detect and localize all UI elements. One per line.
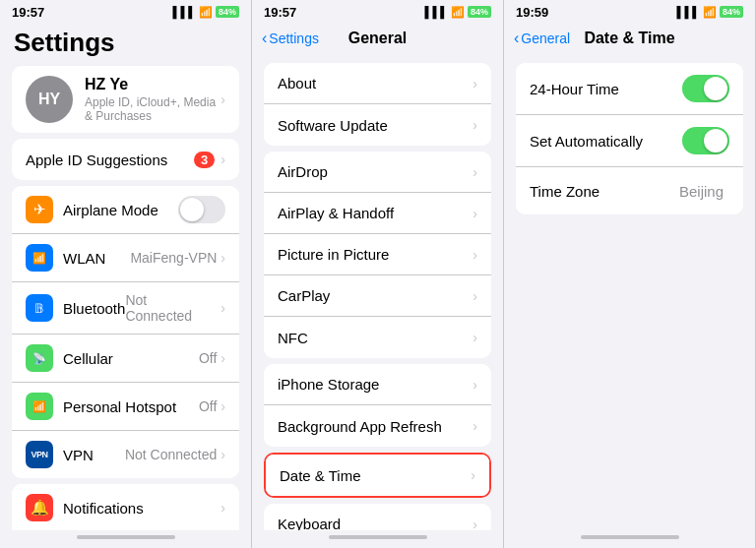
general-nav-bar: ‹ Settings General	[252, 22, 503, 57]
hotspot-chevron: ›	[220, 398, 225, 414]
airplane-toggle[interactable]	[178, 196, 225, 223]
user-card[interactable]: HY HZ Ye Apple ID, iCloud+, Media & Purc…	[12, 66, 239, 133]
timezone-label: Time Zone	[530, 183, 679, 200]
vpn-row[interactable]: VPN VPN Not Connected ›	[12, 431, 239, 478]
hotspot-value: Off	[199, 398, 217, 414]
bluetooth-value: Not Connected	[125, 292, 217, 324]
about-label: About	[278, 75, 472, 91]
user-info: HZ Ye Apple ID, iCloud+, Media & Purchas…	[85, 76, 220, 123]
date-time-settings-section: 24-Hour Time Set Automatically Time Zone…	[516, 63, 743, 214]
home-indicator-1	[0, 530, 251, 548]
nfc-row[interactable]: NFC ›	[264, 317, 491, 358]
bluetooth-label: Bluetooth	[63, 300, 125, 317]
user-sub: Apple ID, iCloud+, Media & Purchases	[85, 95, 220, 123]
back-chevron-2: ‹	[262, 30, 267, 46]
carplay-label: CarPlay	[278, 287, 472, 304]
cellular-value: Off	[199, 350, 217, 366]
date-time-nav-title: Date & Time	[584, 30, 674, 47]
airdrop-label: AirDrop	[278, 163, 472, 180]
set-automatically-row[interactable]: Set Automatically	[516, 115, 743, 167]
background-refresh-row[interactable]: Background App Refresh ›	[264, 405, 491, 447]
cellular-label: Cellular	[63, 350, 199, 367]
back-chevron-3: ‹	[514, 30, 519, 46]
settings-back-button[interactable]: ‹ Settings	[262, 30, 319, 46]
settings-panel: 19:57 ▌▌▌ 📶 84% Settings HY HZ Ye Apple …	[0, 0, 252, 548]
apple-id-chevron: ›	[220, 152, 225, 167]
home-indicator-2	[252, 530, 503, 548]
vpn-icon: VPN	[26, 441, 53, 468]
date-time-row[interactable]: Date & Time ›	[266, 455, 489, 496]
about-row[interactable]: About ›	[264, 63, 491, 104]
software-update-chevron: ›	[472, 117, 477, 133]
vpn-label: VPN	[63, 447, 125, 463]
airplay-row[interactable]: AirPlay & Handoff ›	[264, 193, 491, 234]
home-indicator-3	[504, 530, 755, 548]
notifications-chevron: ›	[220, 500, 225, 516]
general-scroll[interactable]: About › Software Update › AirDrop › AirP…	[252, 57, 503, 530]
vpn-chevron: ›	[220, 447, 225, 462]
settings-title: Settings	[0, 22, 251, 60]
iphone-storage-label: iPhone Storage	[278, 376, 472, 393]
set-automatically-toggle[interactable]	[682, 127, 729, 154]
software-update-label: Software Update	[278, 117, 472, 134]
about-chevron: ›	[472, 76, 477, 91]
airplane-mode-row[interactable]: ✈ Airplane Mode	[12, 186, 239, 234]
carplay-row[interactable]: CarPlay ›	[264, 275, 491, 317]
hotspot-row[interactable]: 📶 Personal Hotspot Off ›	[12, 383, 239, 431]
home-bar-1	[77, 535, 175, 539]
iphone-storage-chevron: ›	[472, 377, 477, 393]
background-refresh-label: Background App Refresh	[278, 418, 472, 435]
background-refresh-chevron: ›	[472, 418, 477, 434]
keyboard-row[interactable]: Keyboard ›	[264, 504, 491, 530]
set-automatically-label: Set Automatically	[530, 133, 682, 150]
status-bar-1: 19:57 ▌▌▌ 📶 84%	[0, 0, 251, 22]
back-label-3: General	[521, 30, 570, 46]
connectivity-section: ✈ Airplane Mode 📶 WLAN MaiFeng-VPN › 𝔹 B…	[12, 186, 239, 478]
date-time-nav-bar: ‹ General Date & Time	[504, 22, 755, 57]
cellular-row[interactable]: 📡 Cellular Off ›	[12, 335, 239, 383]
keyboard-section: Keyboard › Fonts › Language & Region › D…	[264, 504, 491, 530]
pip-row[interactable]: Picture in Picture ›	[264, 234, 491, 275]
home-bar-2	[329, 535, 427, 539]
timezone-row[interactable]: Time Zone Beijing ›	[516, 167, 743, 214]
wifi-icon-2: 📶	[451, 6, 465, 19]
status-icons-3: ▌▌▌ 📶 84%	[677, 6, 743, 19]
wlan-label: WLAN	[63, 250, 130, 267]
status-icons-2: ▌▌▌ 📶 84%	[425, 6, 491, 19]
signal-icon-2: ▌▌▌	[425, 6, 448, 18]
home-bar-3	[581, 535, 679, 539]
nfc-chevron: ›	[472, 330, 477, 345]
notifications-label: Notifications	[63, 500, 220, 517]
about-section: About › Software Update ›	[264, 63, 491, 146]
keyboard-label: Keyboard	[278, 516, 472, 530]
status-icons-1: ▌▌▌ 📶 84%	[173, 6, 239, 19]
software-update-row[interactable]: Software Update ›	[264, 104, 491, 146]
airplane-icon: ✈	[26, 196, 53, 223]
hotspot-label: Personal Hotspot	[63, 398, 199, 415]
iphone-storage-row[interactable]: iPhone Storage ›	[264, 364, 491, 405]
date-time-scroll[interactable]: 24-Hour Time Set Automatically Time Zone…	[504, 57, 755, 530]
bluetooth-icon: 𝔹	[26, 294, 53, 322]
time-1: 19:57	[12, 5, 44, 20]
24-hour-label: 24-Hour Time	[530, 81, 682, 97]
signal-icon-3: ▌▌▌	[677, 6, 700, 18]
keyboard-chevron: ›	[472, 517, 477, 531]
airdrop-row[interactable]: AirDrop ›	[264, 152, 491, 193]
vpn-value: Not Connected	[125, 447, 217, 462]
wlan-row[interactable]: 📶 WLAN MaiFeng-VPN ›	[12, 234, 239, 282]
airplane-label: Airplane Mode	[63, 202, 178, 218]
24-hour-row[interactable]: 24-Hour Time	[516, 63, 743, 115]
avatar: HY	[26, 76, 73, 123]
carplay-chevron: ›	[472, 288, 477, 304]
bluetooth-row[interactable]: 𝔹 Bluetooth Not Connected ›	[12, 282, 239, 335]
battery-3: 84%	[720, 6, 743, 18]
apple-id-row[interactable]: Apple ID Suggestions 3 ›	[12, 139, 239, 180]
wlan-icon: 📶	[26, 244, 53, 272]
pip-chevron: ›	[472, 247, 477, 263]
24-hour-toggle[interactable]	[682, 75, 729, 102]
set-automatically-toggle-knob	[704, 129, 727, 152]
time-3: 19:59	[516, 5, 548, 20]
notifications-row[interactable]: 🔔 Notifications ›	[12, 484, 239, 530]
general-back-button[interactable]: ‹ General	[514, 30, 570, 46]
settings-scroll[interactable]: HY HZ Ye Apple ID, iCloud+, Media & Purc…	[0, 60, 251, 530]
